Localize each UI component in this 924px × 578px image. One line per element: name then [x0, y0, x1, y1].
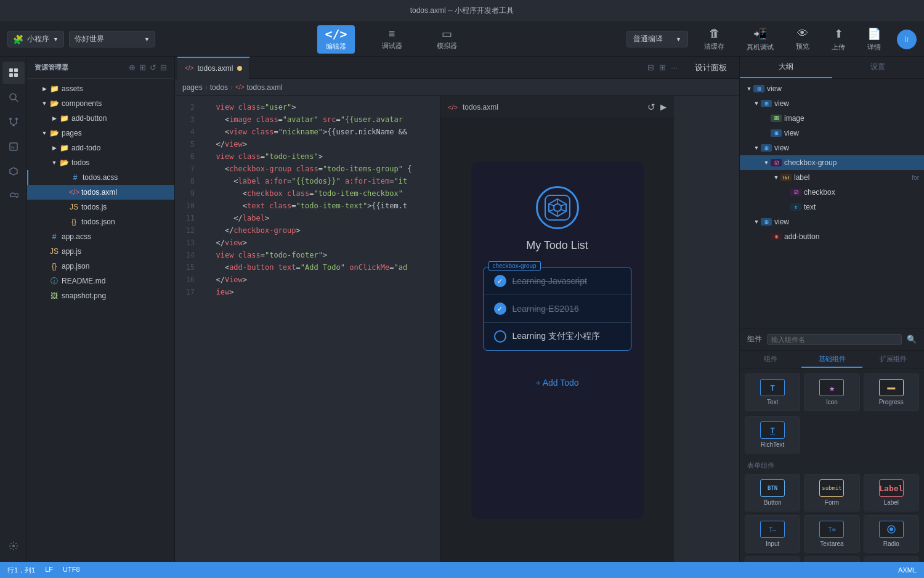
debugger-btn[interactable]: ≡ 调试器: [375, 26, 410, 53]
json-file-icon: {}: [69, 218, 79, 226]
activity-search[interactable]: [2, 86, 25, 108]
todo-item-1[interactable]: ✓ Learning Javascript: [484, 267, 631, 295]
comp-item-checkbox[interactable]: Checkbox: [804, 556, 859, 562]
comp-item-radiogroup[interactable]: ◉— RadioGroup: [745, 556, 800, 562]
user-avatar[interactable]: Ir: [897, 30, 917, 49]
sidebar: 资源管理器 ⊕ ⊞ ↺ ⊟ ▶ 📁 assets ▼ 📂 components: [27, 57, 175, 562]
checkbox-3[interactable]: [494, 330, 506, 343]
outline-item-view-5[interactable]: ▼ ⊞ view: [740, 214, 924, 229]
add-todo-btn[interactable]: + Add Todo: [535, 378, 578, 388]
new-file-icon[interactable]: ⊕: [129, 63, 136, 72]
comp-item-text[interactable]: T Text: [745, 373, 800, 411]
breadcrumb-file[interactable]: todos.axml: [247, 83, 283, 92]
sidebar-item-app-js[interactable]: JS app.js: [27, 244, 174, 259]
sidebar-item-components[interactable]: ▼ 📂 components: [27, 96, 174, 111]
outline-item-view-1[interactable]: ▼ ⊞ view: [740, 81, 924, 96]
sidebar-item-snapshot[interactable]: 🖼 snapshot.png: [27, 288, 174, 303]
sidebar-item-todos-js[interactable]: JS todos.js: [27, 200, 174, 214]
breadcrumb-todos[interactable]: todos: [210, 83, 228, 92]
file-label: pages: [62, 129, 82, 137]
sidebar-item-todos-json[interactable]: {} todos.json: [27, 214, 174, 229]
todo-item-2[interactable]: ✓ Learning ES2016: [484, 295, 631, 323]
component-search-input[interactable]: [767, 334, 902, 345]
mini-program-selector[interactable]: 🧩 小程序 ▼: [7, 31, 64, 47]
comp-item-radio[interactable]: Radio: [864, 515, 919, 553]
outline-item-checkbox-group[interactable]: ▼ ☑ checkbox-group: [740, 155, 924, 170]
sidebar-item-add-todo[interactable]: ▶ 📁 add-todo: [27, 140, 174, 155]
play-icon[interactable]: ▶: [660, 102, 667, 112]
sidebar-item-app-acss[interactable]: # app.acss: [27, 229, 174, 244]
comp-item-progress[interactable]: ▬▬ Progress: [864, 373, 919, 411]
outline-item-image[interactable]: 🖼 image: [740, 111, 924, 126]
tab-settings[interactable]: 设置: [832, 57, 925, 78]
outline-item-checkbox[interactable]: ☑ checkbox: [740, 185, 924, 200]
compile-selector[interactable]: 普通编译 ▼: [626, 31, 688, 47]
todo-item-3[interactable]: Learning 支付宝小程序: [484, 323, 631, 350]
more-actions-icon[interactable]: ···: [671, 63, 678, 72]
outline-item-label[interactable]: ▼ lbl label for: [740, 170, 924, 185]
code-content[interactable]: view class="user"> <image class="avatar"…: [200, 96, 440, 562]
simulator-btn[interactable]: ▭ 模拟器: [429, 26, 464, 53]
activity-explorer[interactable]: [2, 62, 25, 84]
comp-tab-extended[interactable]: 扩展组件: [862, 351, 924, 368]
activity-git[interactable]: [2, 111, 25, 133]
editor-tab-todos-axml[interactable]: </> todos.axml: [177, 57, 250, 79]
comp-item-input[interactable]: T— Input: [745, 515, 800, 553]
radio-comp-icon: [879, 521, 904, 538]
code-line-17: iew>: [207, 286, 440, 298]
comp-tab-all[interactable]: 组件: [740, 351, 801, 368]
split-vertical-icon[interactable]: ⊞: [659, 63, 666, 72]
collapse-icon[interactable]: ⊟: [160, 63, 167, 72]
sidebar-item-add-button[interactable]: ▶ 📁 add-button: [27, 111, 174, 126]
todo-list-container: checkbox-group ✓: [484, 267, 631, 358]
comp-item-button[interactable]: BTN Button: [745, 474, 800, 511]
chevron-right-icon: ▶: [39, 86, 49, 92]
sidebar-item-readme[interactable]: ⓘ README.md: [27, 274, 174, 288]
refresh-icon[interactable]: ↺: [150, 63, 156, 72]
checkbox-2[interactable]: ✓: [494, 303, 506, 315]
tab-outline[interactable]: 大纲: [740, 57, 832, 78]
clear-cache-btn[interactable]: 🗑 清缓存: [698, 25, 731, 54]
activity-npm[interactable]: N: [2, 136, 25, 158]
checkmark-icon: ✓: [497, 277, 503, 285]
upload-btn[interactable]: ⬆ 上传: [825, 25, 851, 54]
real-machine-btn[interactable]: 📲 真机调试: [740, 25, 780, 54]
clear-cache-icon: 🗑: [709, 27, 720, 40]
refresh-icon[interactable]: ↺: [647, 102, 655, 113]
outline-item-add-button[interactable]: ⊕ add-button: [740, 229, 924, 244]
outline-tree: ▼ ⊞ view ▼ ⊞ view 🖼 image ⊞ view: [740, 79, 924, 328]
form-comp-label: Form: [825, 499, 839, 506]
details-btn[interactable]: 📄 详情: [861, 25, 887, 54]
upload-icon: ⬆: [834, 27, 843, 41]
comp-item-label[interactable]: Label Label: [864, 474, 919, 511]
activity-cloud[interactable]: [2, 185, 25, 207]
comp-item-form[interactable]: submit Form: [804, 474, 859, 511]
comp-item-textarea[interactable]: T≡ Textarea: [804, 515, 859, 553]
new-folder-icon[interactable]: ⊞: [139, 63, 146, 72]
comp-item-checkboxgroup[interactable]: CheckboxGroup: [864, 556, 919, 562]
activity-plugin[interactable]: [2, 160, 25, 182]
checkbox-1[interactable]: ✓: [494, 275, 506, 287]
sidebar-item-assets[interactable]: ▶ 📁 assets: [27, 81, 174, 96]
preview-btn[interactable]: 👁 预览: [790, 25, 816, 54]
outline-item-view-2[interactable]: ▼ ⊞ view: [740, 96, 924, 111]
richtext-grid: T RichText: [745, 416, 919, 454]
editor-btn[interactable]: </> 编辑器: [317, 25, 354, 54]
sidebar-item-pages[interactable]: ▼ 📂 pages: [27, 126, 174, 140]
breadcrumb-pages[interactable]: pages: [182, 83, 203, 92]
todo-checkbox-group: ✓ Learning Javascript: [484, 267, 631, 351]
comp-tab-basic[interactable]: 基础组件: [801, 351, 863, 368]
outline-item-text[interactable]: T text: [740, 200, 924, 214]
comp-item-icon[interactable]: ★ Icon: [804, 373, 859, 411]
sidebar-item-todos-folder[interactable]: ▼ 📂 todos: [27, 155, 174, 170]
split-editor-icon[interactable]: ⊟: [647, 63, 654, 72]
sidebar-item-app-json[interactable]: {} app.json: [27, 259, 174, 274]
activity-settings[interactable]: [2, 535, 25, 557]
outline-item-view-4[interactable]: ▼ ⊞ view: [740, 140, 924, 155]
sidebar-item-todos-acss[interactable]: # todos.acss: [27, 170, 174, 185]
outline-item-view-3[interactable]: ⊞ view: [740, 126, 924, 140]
comp-item-richtext[interactable]: T RichText: [745, 416, 800, 454]
sidebar-item-todos-axml[interactable]: </> todos.axml: [27, 185, 174, 200]
xml-file-icon: </>: [69, 188, 79, 197]
project-selector[interactable]: 你好世界 ▼: [69, 31, 155, 47]
